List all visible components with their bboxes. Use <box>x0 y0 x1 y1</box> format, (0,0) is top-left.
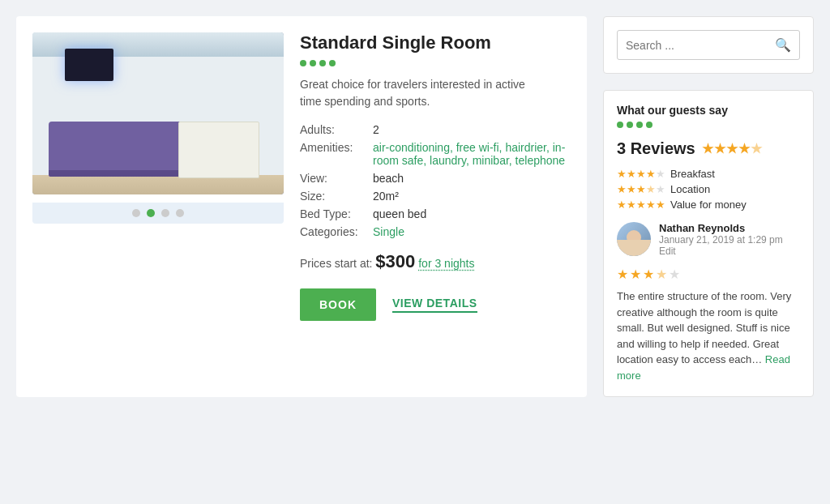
star-2: ★ <box>714 141 725 156</box>
review-star-3: ★ <box>643 267 654 282</box>
view-label: View: <box>300 172 373 185</box>
review-dot-4 <box>646 122 652 128</box>
review-dot-2 <box>627 122 633 128</box>
reviewer-date: January 21, 2019 at 1:29 pm <box>659 234 800 246</box>
room-image <box>32 32 284 194</box>
main-content: Standard Single Room Great choice for tr… <box>16 16 587 397</box>
green-dot-3 <box>319 60 326 66</box>
review-star-2: ★ <box>630 267 641 282</box>
price-nights: for 3 nights <box>418 257 474 270</box>
adults-label: Adults: <box>300 123 373 136</box>
value-stars: ★ ★ ★ ★ ★ <box>617 199 665 211</box>
reviewer-info: Nathan Reynolds January 21, 2019 at 1:29… <box>659 222 800 257</box>
carousel-dot-3[interactable] <box>161 209 169 217</box>
green-dot-1 <box>300 60 306 66</box>
adults-row: Adults: 2 <box>300 123 571 136</box>
carousel-dots <box>32 203 284 224</box>
value-row: ★ ★ ★ ★ ★ Value for money <box>617 199 800 211</box>
reviewer-card: Nathan Reynolds January 21, 2019 at 1:29… <box>617 222 800 257</box>
reviews-green-dots <box>617 122 800 128</box>
breakfast-stars: ★ ★ ★ ★ ★ <box>617 168 665 180</box>
breakfast-row: ★ ★ ★ ★ ★ Breakfast <box>617 168 800 180</box>
table <box>178 122 259 178</box>
review-text: The entire structure of the room. Very c… <box>617 288 800 383</box>
page-wrapper: Standard Single Room Great choice for tr… <box>0 0 830 413</box>
price-section: Prices start at: $300 for 3 nights <box>300 251 571 272</box>
breakfast-label: Breakfast <box>670 168 759 180</box>
action-buttons: BOOK VIEW DETAILS <box>300 288 571 321</box>
search-wrapper: 🔍 <box>617 30 800 60</box>
price-amount: $300 <box>375 251 415 271</box>
reviewer-edit-link[interactable]: Edit <box>659 246 800 257</box>
category-ratings: ★ ★ ★ ★ ★ Breakfast ★ ★ ★ ★ ★ <box>617 168 800 211</box>
star-4: ★ <box>738 141 750 156</box>
amenities-row: Amenities: air-conditioning, free wi-fi,… <box>300 141 571 167</box>
green-dot-2 <box>310 60 316 66</box>
reviewer-name: Nathan Reynolds <box>659 222 800 234</box>
size-label: Size: <box>300 190 373 203</box>
review-dot-3 <box>636 122 643 128</box>
price-prefix: Prices start at: <box>300 257 372 270</box>
location-row: ★ ★ ★ ★ ★ Location <box>617 183 800 195</box>
categories-value: Single <box>373 225 404 238</box>
view-details-button[interactable]: VIEW DETAILS <box>392 297 477 313</box>
reviewer-avatar <box>617 222 651 256</box>
size-row: Size: 20m² <box>300 190 571 203</box>
star-1: ★ <box>702 141 713 156</box>
amenities-value: air-conditioning, free wi-fi, hairdrier,… <box>373 141 571 167</box>
reviews-section-title: What our guests say <box>617 104 800 117</box>
view-row: View: beach <box>300 172 571 185</box>
reviews-count-label: 3 Reviews <box>617 139 695 158</box>
categories-row: Categories: Single <box>300 225 571 238</box>
review-star-1: ★ <box>617 267 628 282</box>
bed-label: Bed Type: <box>300 207 373 220</box>
search-icon[interactable]: 🔍 <box>775 37 791 53</box>
star-3: ★ <box>726 141 738 156</box>
carousel-dot-2[interactable] <box>147 209 155 217</box>
value-label: Value for money <box>670 199 759 211</box>
green-dots-decoration <box>300 60 571 66</box>
search-box: 🔍 <box>603 16 814 74</box>
review-stars: ★ ★ ★ ★ ★ <box>617 267 800 282</box>
review-star-5-empty: ★ <box>669 267 680 282</box>
review-star-4-half: ★ <box>656 267 667 282</box>
green-dot-4 <box>329 60 336 66</box>
details-section: Standard Single Room Great choice for tr… <box>300 32 571 381</box>
view-value: beach <box>373 172 404 185</box>
reviews-count: 3 Reviews ★ ★ ★ ★ ★ <box>617 139 800 158</box>
overall-stars: ★ ★ ★ ★ ★ <box>702 141 762 156</box>
sofa <box>49 122 195 170</box>
reviews-section: What our guests say 3 Reviews ★ ★ ★ ★ ★ <box>603 90 814 397</box>
bed-value: queen bed <box>373 207 426 220</box>
adults-value: 2 <box>373 123 379 136</box>
location-label: Location <box>670 183 759 195</box>
book-button[interactable]: BOOK <box>300 288 376 321</box>
location-stars: ★ ★ ★ ★ ★ <box>617 183 665 195</box>
carousel-dot-4[interactable] <box>176 209 184 217</box>
bed-row: Bed Type: queen bed <box>300 207 571 220</box>
carousel-dot-1[interactable] <box>132 209 140 217</box>
review-dot-1 <box>617 122 623 128</box>
star-5-half: ★ <box>751 141 762 156</box>
room-title: Standard Single Room <box>300 32 571 53</box>
categories-label: Categories: <box>300 225 373 238</box>
size-value: 20m² <box>373 190 399 203</box>
image-section <box>32 32 284 381</box>
search-input[interactable] <box>626 39 775 52</box>
sidebar: 🔍 What our guests say 3 Reviews ★ ★ ★ ★ … <box>603 16 814 397</box>
amenities-label: Amenities: <box>300 141 373 154</box>
room-description: Great choice for travelers interested in… <box>300 76 543 110</box>
